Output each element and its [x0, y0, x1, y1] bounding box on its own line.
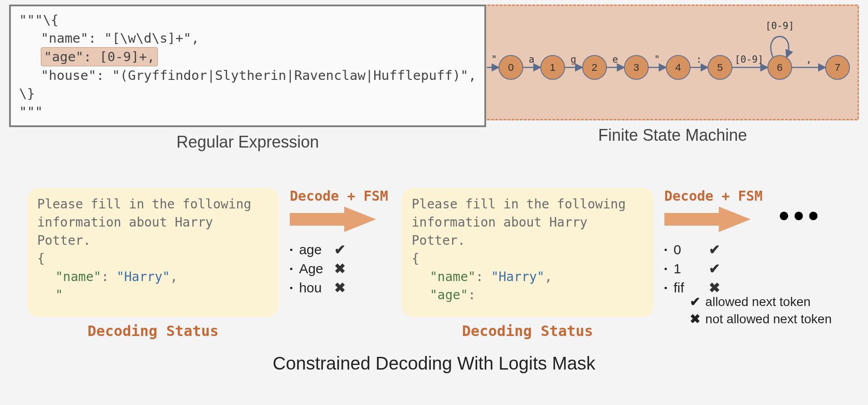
choice-item: age✔: [290, 240, 346, 259]
svg-marker-35: [290, 207, 376, 232]
legend-not-allowed: not allowed next token: [705, 311, 832, 328]
choice-list-1: age✔ Age✖ hou✖: [290, 240, 346, 297]
svg-text:": ": [654, 54, 660, 65]
check-icon: ✔: [709, 259, 720, 278]
prompt2-key-age: "age": [430, 287, 468, 302]
check-icon: ✔: [690, 293, 705, 311]
main-title: Constrained Decoding With Logits Mask: [0, 353, 868, 374]
fsm-diagram: 0 1 2 3 4 5 6 7: [483, 6, 858, 119]
prompt2-brace-open: {: [412, 250, 644, 268]
regex-line-3: "age": [0-9]+,: [19, 47, 476, 66]
prompt-card-2: Please fill in the following information…: [402, 188, 653, 317]
transition-1: Decode + FSM age✔ Age✖ hou✖: [279, 188, 402, 297]
choice-list-2: 0✔ 1✔ fif✖: [664, 240, 720, 297]
decoding-step-1: Please fill in the following information…: [27, 188, 279, 340]
choice-item: Age✖: [290, 259, 346, 278]
cross-icon: ✖: [690, 311, 705, 328]
cross-icon: ✖: [334, 259, 346, 278]
fsm-title: Finite State Machine: [486, 126, 859, 145]
choice-item: 0✔: [664, 240, 720, 259]
top-panel: """\{ "name": "[\w\d\s]+", "age": [0-9]+…: [0, 0, 868, 152]
svg-text:": ": [492, 54, 497, 65]
svg-marker-36: [664, 207, 751, 232]
regex-panel: """\{ "name": "[\w\d\s]+", "age": [0-9]+…: [9, 5, 486, 152]
decoding-status-label-1: Decoding Status: [88, 322, 219, 340]
svg-text:[0-9]: [0-9]: [735, 54, 763, 65]
ellipsis-icon: •••: [779, 199, 823, 232]
svg-text:,: ,: [806, 54, 812, 65]
prompt-card-1: Please fill in the following information…: [27, 188, 279, 317]
svg-text:0: 0: [508, 61, 514, 73]
regex-line-5: \}: [19, 84, 476, 103]
svg-text:4: 4: [675, 61, 681, 73]
prompt2-text-2: information about Harry Potter.: [412, 213, 644, 250]
svg-text:[0-9]: [0-9]: [766, 20, 794, 31]
choice-item: 1✔: [664, 259, 720, 278]
prompt1-tail-quote: ": [55, 287, 63, 302]
regex-line-4: "house": "(Gryffindor|Slytherin|Ravencla…: [19, 66, 476, 84]
legend-box: ✔allowed next token ✖not allowed next to…: [690, 293, 832, 328]
check-icon: ✔: [709, 240, 720, 259]
decoding-status-label-2: Decoding Status: [462, 322, 593, 340]
prompt2-key-name: "name": [430, 269, 476, 284]
svg-text:e: e: [613, 54, 619, 65]
regex-age-highlight: "age": [0-9]+,: [41, 47, 158, 66]
svg-text:g: g: [571, 54, 576, 65]
fsm-panel: 0 1 2 3 4 5 6 7: [486, 5, 859, 145]
svg-text::: :: [696, 54, 702, 65]
svg-text:3: 3: [634, 61, 639, 73]
prompt1-val-name: "Harry": [117, 269, 170, 284]
transition-2: Decode + FSM 0✔ 1✔ fif✖: [653, 188, 776, 297]
prompt2-text-1: Please fill in the following: [412, 195, 644, 213]
svg-text:7: 7: [835, 61, 841, 73]
svg-text:5: 5: [717, 61, 723, 73]
prompt2-val-name: "Harry": [491, 269, 545, 284]
decode-fsm-label-1: Decode + FSM: [290, 188, 388, 204]
prompt1-brace-open: {: [37, 250, 269, 268]
regex-title: Regular Expression: [9, 133, 486, 152]
regex-code-box: """\{ "name": "[\w\d\s]+", "age": [0-9]+…: [9, 5, 486, 127]
prompt1-text-2: information about Harry Potter.: [37, 213, 269, 250]
arrow-icon: [290, 207, 376, 232]
check-icon: ✔: [334, 240, 346, 259]
choice-item: hou✖: [290, 278, 346, 297]
decode-fsm-label-2: Decode + FSM: [664, 188, 763, 204]
prompt1-text-1: Please fill in the following: [37, 195, 269, 213]
svg-text:1: 1: [550, 61, 556, 73]
legend-allowed: allowed next token: [705, 293, 810, 311]
decoding-step-2: Please fill in the following information…: [402, 188, 653, 340]
cross-icon: ✖: [334, 278, 346, 297]
svg-text:6: 6: [777, 61, 783, 73]
regex-line-1: """\{: [19, 11, 476, 29]
regex-line-6: """: [19, 103, 476, 121]
prompt1-key-name: "name": [55, 269, 101, 284]
fsm-box: 0 1 2 3 4 5 6 7: [482, 5, 859, 120]
arrow-icon: [664, 207, 751, 232]
svg-text:a: a: [529, 54, 535, 65]
svg-text:2: 2: [592, 61, 598, 73]
regex-line-2: "name": "[\w\d\s]+",: [19, 29, 476, 47]
